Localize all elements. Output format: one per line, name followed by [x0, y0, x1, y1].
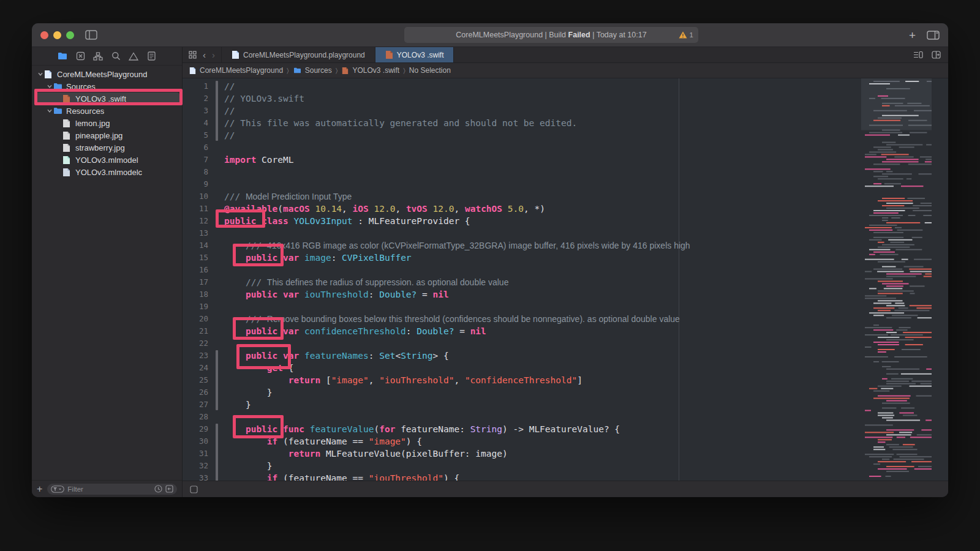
breadcrumb-item-coremlmeetsplayground[interactable]: CoreMLMeetsPlayground [189, 66, 283, 75]
breadcrumb-item-sources[interactable]: Sources [293, 66, 332, 75]
code-line-7: import CoreML [224, 154, 856, 166]
line-number[interactable]: 1 [183, 80, 213, 92]
line-number[interactable]: 8 [183, 166, 213, 178]
add-editor-icon[interactable] [932, 51, 941, 59]
breadcrumb-label: YOLOv3 .swift [352, 66, 399, 75]
zoom-button[interactable] [66, 31, 74, 39]
tree-item-pineapple-jpg[interactable]: pineapple.jpg [34, 129, 179, 141]
code-line-20: /// Remove bounding boxes below this thr… [224, 313, 856, 325]
symbol-navigator-icon[interactable] [93, 51, 103, 61]
line-number[interactable]: 29 [183, 423, 213, 435]
code-line-22 [224, 337, 856, 350]
line-number[interactable]: 27 [183, 399, 213, 411]
tree-item-label: CoreMLMeetsPlayground [57, 70, 147, 79]
swift-file-icon [342, 67, 349, 75]
add-file-button[interactable]: + [37, 484, 42, 495]
issue-navigator-icon[interactable] [129, 51, 138, 61]
project-navigator-icon[interactable] [58, 51, 67, 61]
related-items-icon[interactable] [189, 51, 197, 59]
editor-layout-icon[interactable] [927, 31, 940, 40]
activity-viewer[interactable]: CoreMLMeetsPlayground | Build Failed | T… [404, 27, 698, 43]
tree-item-yolov3-swift[interactable]: YOLOv3 .swift [34, 92, 179, 105]
folder-icon [53, 82, 62, 91]
line-number[interactable]: 3 [183, 105, 213, 117]
source-control-filter-icon[interactable] [165, 485, 173, 493]
swift-file-icon [385, 50, 393, 59]
playground-file-icon [232, 50, 239, 59]
line-number[interactable]: 30 [183, 435, 213, 448]
line-number[interactable]: 25 [183, 374, 213, 386]
code-line-16 [224, 264, 856, 276]
close-button[interactable] [40, 31, 48, 39]
line-number[interactable]: 18 [183, 288, 213, 301]
breadcrumb-item-no-selection[interactable]: No Selection [409, 66, 451, 75]
line-number[interactable]: 26 [183, 386, 213, 399]
image-file-icon [62, 119, 72, 128]
line-number[interactable]: 7 [183, 154, 213, 166]
tree-item-label: Resources [66, 107, 104, 116]
line-number[interactable]: 9 [183, 178, 213, 190]
minimize-button[interactable] [53, 31, 61, 39]
line-number[interactable]: 23 [183, 350, 213, 362]
line-number[interactable]: 28 [183, 411, 213, 423]
recent-files-filter-icon[interactable] [154, 485, 162, 493]
tree-item-label: Sources [66, 82, 96, 91]
line-number[interactable]: 6 [183, 141, 213, 154]
line-number[interactable]: 31 [183, 448, 213, 460]
line-number[interactable]: 16 [183, 264, 213, 276]
line-number[interactable]: 2 [183, 92, 213, 105]
source-editor[interactable]: 1234567891011121314151617181920212223242… [183, 78, 948, 481]
tree-item-label: YOLOv3.mlmodel [75, 156, 138, 165]
line-number[interactable]: 5 [183, 129, 213, 141]
line-number[interactable]: 19 [183, 301, 213, 313]
tree-item-strawberry-jpg[interactable]: strawberry.jpg [34, 141, 179, 154]
line-number[interactable]: 32 [183, 460, 213, 472]
filter-field[interactable]: Filter [47, 484, 177, 495]
folder-icon [293, 67, 301, 73]
tree-item-yolov3-mlmodelc[interactable]: YOLOv3.mlmodelc [34, 166, 179, 178]
line-number[interactable]: 15 [183, 252, 213, 264]
sidebar-filter-bar: + Filter [32, 480, 182, 497]
breakpoint-navigator-icon[interactable] [75, 51, 85, 61]
add-tab-button[interactable]: + [909, 29, 916, 41]
breadcrumb-item-yolov3-swift[interactable]: YOLOv3 .swift [341, 66, 399, 75]
line-number[interactable]: 17 [183, 276, 213, 288]
back-button[interactable]: ‹ [203, 50, 206, 60]
code-line-29: public func featureValue(for featureName… [224, 423, 856, 435]
editor-options-icon[interactable] [190, 485, 198, 493]
minimap[interactable] [861, 78, 932, 481]
adjust-editor-options-icon[interactable] [913, 51, 923, 59]
report-navigator-icon[interactable] [146, 51, 156, 61]
line-number[interactable]: 33 [183, 472, 213, 481]
sidebar-toggle-icon[interactable] [85, 30, 97, 40]
code-line-27: } [224, 399, 856, 411]
code-line-5: // [224, 129, 856, 141]
line-number[interactable]: 20 [183, 313, 213, 325]
tab-yolov3-swift[interactable]: YOLOv3 .swift [375, 47, 454, 62]
line-number[interactable]: 24 [183, 362, 213, 374]
line-number[interactable]: 12 [183, 215, 213, 227]
tab-coremlmeetsplayground-playground[interactable]: CoreMLMeetsPlayground.playground [222, 47, 375, 62]
forward-button[interactable]: › [212, 50, 215, 60]
tree-item-lemon-jpg[interactable]: lemon.jpg [34, 117, 179, 129]
code-line-23: public var featureNames: Set<String> { [224, 350, 856, 362]
line-number[interactable]: 11 [183, 203, 213, 215]
tree-item-yolov3-mlmodel[interactable]: YOLOv3.mlmodel [34, 154, 179, 166]
tree-item-label: lemon.jpg [75, 119, 110, 128]
line-number[interactable]: 4 [183, 117, 213, 129]
line-number[interactable]: 14 [183, 239, 213, 252]
find-navigator-icon[interactable] [111, 51, 121, 61]
warning-badge[interactable]: 1 [679, 27, 693, 43]
build-status-failed: Failed [568, 31, 590, 39]
build-status-time: | Today at 10:17 [590, 31, 647, 39]
line-number[interactable]: 21 [183, 325, 213, 337]
tree-item-resources[interactable]: Resources [34, 105, 179, 117]
swift-file-icon [62, 94, 72, 103]
line-number[interactable]: 10 [183, 190, 213, 203]
line-number[interactable]: 22 [183, 337, 213, 350]
tree-item-coremlmeetsplayground[interactable]: CoreMLMeetsPlayground [34, 68, 179, 80]
filter-funnel-icon [51, 485, 64, 493]
line-number[interactable]: 13 [183, 227, 213, 239]
tree-item-sources[interactable]: Sources [34, 80, 179, 92]
tree-item-label: pineapple.jpg [75, 131, 123, 140]
